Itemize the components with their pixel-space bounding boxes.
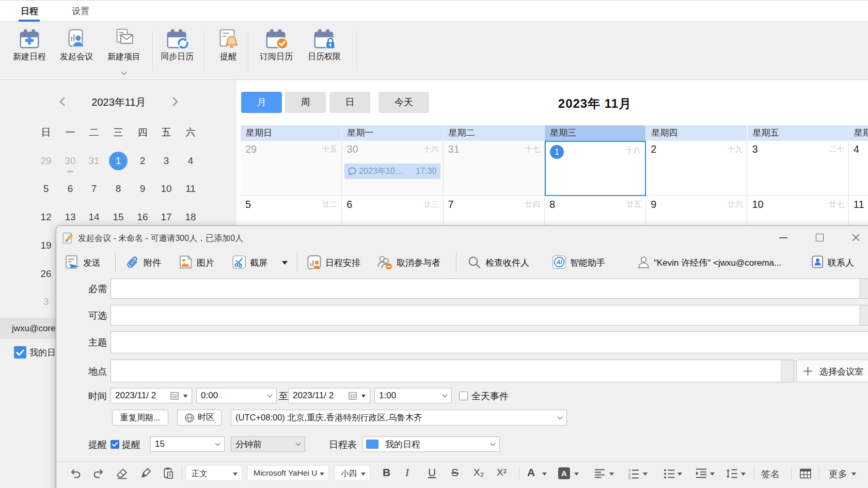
superscript-button[interactable]: X² (497, 467, 507, 478)
subject-input[interactable] (111, 331, 868, 353)
tab-settings[interactable]: 设置 (72, 5, 89, 17)
date-dropdown-icon[interactable] (183, 395, 187, 398)
bold-button[interactable]: B (383, 466, 390, 479)
font-size-select[interactable]: 小四 (335, 465, 370, 481)
line-spacing-button[interactable] (725, 467, 738, 480)
calendar-day-cell[interactable]: 4廿一 (849, 141, 868, 196)
reminder-unit-select[interactable]: 分钟前 (231, 436, 305, 452)
reminder-button[interactable]: 提醒 (204, 27, 252, 74)
mini-day-cell[interactable]: 31 (82, 154, 106, 168)
maximize-button[interactable] (812, 231, 827, 245)
location-input[interactable] (111, 360, 794, 382)
indent-dropdown-icon[interactable] (710, 473, 715, 476)
ordered-list-button[interactable]: 123 (627, 467, 640, 480)
mini-day-cell[interactable]: 16 (131, 210, 154, 224)
bullet-list-dropdown-icon[interactable] (677, 473, 682, 476)
mini-day-cell[interactable]: 13 (58, 210, 82, 224)
new-meeting-button[interactable]: 发起会议 (53, 27, 100, 74)
my-calendar-checkbox[interactable] (14, 346, 26, 359)
mini-calendar-next-icon[interactable] (170, 96, 180, 107)
start-time-select[interactable]: 0:00 (196, 388, 277, 403)
calendar-day-cell[interactable]: 31十七 (444, 141, 545, 196)
reminder-value-select[interactable]: 15 (150, 436, 225, 452)
mini-day-cell[interactable]: 30 (58, 154, 82, 168)
calendar-event[interactable]: 2023年10…17:30 (344, 164, 440, 179)
end-date-picker[interactable]: 2023/11/ 2 (288, 388, 370, 403)
sync-calendar-button[interactable]: 同步日历 (153, 27, 201, 74)
mini-day-cell[interactable]: 18 (179, 210, 202, 224)
align-button[interactable] (594, 468, 606, 479)
calendar-select[interactable]: 我的日程 (362, 436, 500, 452)
mini-day-cell[interactable]: 17 (154, 210, 178, 224)
optional-input[interactable] (111, 305, 868, 326)
highlight-color-button[interactable]: A (558, 467, 570, 479)
repeat-button[interactable]: 重复周期... (112, 410, 168, 426)
paste-button[interactable] (162, 467, 175, 480)
underline-button[interactable]: U (428, 466, 436, 479)
more-dropdown-icon[interactable] (851, 473, 856, 476)
signature-button[interactable]: 签名 (761, 468, 780, 480)
mini-day-cell[interactable]: 8 (106, 182, 130, 196)
mini-day-cell[interactable]: 6 (58, 182, 82, 196)
font-color-button[interactable]: A (527, 466, 535, 479)
mini-day-cell[interactable]: 14 (82, 210, 106, 224)
redo-button[interactable] (92, 467, 104, 480)
mini-day-cell[interactable]: 1 (109, 152, 128, 170)
mini-calendar-prev-icon[interactable] (57, 96, 68, 107)
table-button[interactable] (799, 468, 812, 479)
mini-day-cell[interactable]: 4 (179, 154, 202, 168)
mini-day-cell[interactable]: 10 (154, 182, 178, 196)
strikethrough-button[interactable]: S (451, 466, 459, 479)
timezone-button[interactable]: 时区 (177, 410, 222, 426)
font-family-select[interactable]: Microsoft YaHei U (247, 465, 329, 481)
all-day-checkbox[interactable] (459, 392, 468, 400)
mini-day-cell[interactable]: 9 (131, 182, 154, 196)
screenshot-dropdown-icon[interactable] (282, 261, 288, 265)
calendar-day-cell[interactable]: 29十五 (241, 141, 342, 196)
subscript-button[interactable]: X₂ (474, 467, 484, 478)
font-color-dropdown-icon[interactable] (542, 473, 547, 476)
subscribe-calendar-button[interactable]: 订阅日历 (252, 27, 300, 74)
paragraph-style-select[interactable]: 正文 (185, 465, 242, 481)
new-project-dropdown-chevron[interactable] (120, 71, 128, 75)
minimize-button[interactable] (776, 231, 791, 245)
mini-day-cell[interactable]: 19 (34, 239, 58, 252)
mini-day-cell[interactable]: 3 (34, 295, 58, 308)
mini-day-cell[interactable]: 7 (82, 182, 106, 196)
highlight-dropdown-icon[interactable] (574, 473, 579, 476)
date-dropdown-icon[interactable] (361, 395, 366, 398)
more-button[interactable]: 更多 (829, 468, 847, 480)
calendar-day-cell[interactable]: 2十九 (646, 141, 747, 196)
align-dropdown-icon[interactable] (609, 473, 614, 476)
mini-day-cell[interactable]: 15 (106, 210, 130, 224)
eraser-button[interactable] (116, 467, 128, 480)
format-painter-button[interactable] (140, 467, 153, 480)
italic-button[interactable]: I (405, 466, 409, 479)
mini-day-cell[interactable]: 5 (34, 182, 58, 196)
bullet-list-button[interactable] (663, 467, 675, 480)
mini-day-cell[interactable]: 29 (34, 154, 58, 168)
mini-day-cell[interactable]: 11 (179, 182, 202, 196)
end-time-select[interactable]: 1:00 (374, 388, 452, 403)
calendar-permission-button[interactable]: 日历权限 (301, 27, 348, 74)
new-event-button[interactable]: 新建日程 (6, 27, 53, 74)
mini-day-cell[interactable]: 26 (34, 267, 58, 281)
calendar-day-cell[interactable]: 30十六2023年10…17:30 (342, 141, 443, 196)
undo-button[interactable] (70, 467, 82, 480)
line-spacing-dropdown-icon[interactable] (741, 473, 746, 476)
required-input[interactable] (111, 279, 868, 299)
indent-button[interactable] (695, 467, 707, 480)
timezone-select[interactable]: (UTC+08:00) 北京,重庆,香港特别行政区,乌鲁木齐 (231, 410, 567, 426)
mini-day-cell[interactable]: 2 (131, 154, 154, 168)
mini-day-cell[interactable]: 3 (154, 154, 178, 168)
close-button[interactable] (848, 231, 863, 245)
tab-schedule[interactable]: 日程 (21, 5, 38, 17)
start-date-picker[interactable]: 2023/11/ 2 (111, 388, 192, 403)
calendar-day-cell[interactable]: 3二十 (748, 141, 849, 196)
new-project-button[interactable]: 新建项目 (100, 27, 148, 74)
reminder-checkbox[interactable] (111, 440, 119, 449)
ordered-list-dropdown-icon[interactable] (643, 473, 648, 476)
mini-day-cell[interactable]: 12 (34, 210, 58, 224)
select-room-button[interactable]: 选择会议室 (796, 360, 868, 382)
calendar-day-cell[interactable]: 1十八 (545, 141, 646, 196)
